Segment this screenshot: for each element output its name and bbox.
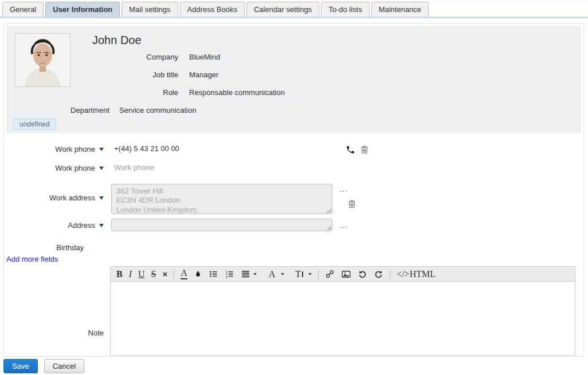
bullet-list-button[interactable] bbox=[209, 269, 218, 279]
form-actions: Save Cancel bbox=[3, 359, 84, 373]
cancel-button[interactable]: Cancel bbox=[44, 359, 84, 373]
delete-address-button[interactable] bbox=[347, 199, 357, 209]
editor-toolbar: B I U S × A 123 bbox=[110, 266, 575, 282]
work-address-more-button[interactable]: ... bbox=[340, 185, 348, 194]
alignment-dropdown-button[interactable] bbox=[241, 269, 257, 279]
caret-down-icon bbox=[281, 273, 284, 275]
call-phone-button[interactable] bbox=[346, 145, 356, 155]
caret-down-icon bbox=[99, 196, 104, 200]
department-label: Department bbox=[6, 106, 109, 115]
font-size-dropdown[interactable]: T bbox=[295, 270, 312, 279]
role-value: Responsable communication bbox=[189, 88, 285, 97]
tab-maintenance[interactable]: Maintenance bbox=[371, 2, 429, 17]
trash-icon bbox=[359, 144, 370, 155]
numbered-list-icon: 123 bbox=[225, 269, 234, 279]
profile-header: John Doe Company BlueMind Job title Mana… bbox=[6, 26, 581, 133]
caret-down-icon bbox=[99, 148, 104, 151]
caret-down-icon bbox=[99, 167, 104, 170]
company-label: Company bbox=[6, 53, 178, 61]
italic-button[interactable]: I bbox=[129, 270, 132, 279]
profile-field-department: Department Service communication bbox=[6, 106, 581, 124]
address-textarea[interactable] bbox=[111, 219, 332, 231]
font-family-dropdown[interactable]: A bbox=[269, 270, 285, 279]
tab-strip-divider bbox=[0, 17, 588, 18]
insert-link-button[interactable] bbox=[325, 269, 335, 279]
company-value: BlueMind bbox=[189, 53, 220, 61]
phone-icon bbox=[346, 145, 355, 155]
highlight-color-button[interactable] bbox=[194, 270, 202, 278]
toolbar-separator bbox=[390, 269, 390, 279]
underline-button[interactable]: U bbox=[138, 270, 145, 279]
birthday-label: Birthday bbox=[56, 243, 84, 252]
tab-user-information[interactable]: User Information bbox=[45, 2, 120, 17]
remove-format-button[interactable]: × bbox=[162, 270, 167, 278]
caret-down-icon bbox=[99, 224, 104, 227]
redo-button[interactable] bbox=[374, 269, 383, 279]
content-panel: John Doe Company BlueMind Job title Mana… bbox=[3, 23, 584, 357]
work-address-label: Work address bbox=[49, 194, 95, 202]
add-more-fields-link[interactable]: Add more fields bbox=[6, 255, 58, 263]
toolbar-separator bbox=[174, 269, 174, 279]
address-more-button[interactable]: ... bbox=[340, 221, 348, 230]
font-family-label: A bbox=[269, 270, 276, 279]
align-justify-icon bbox=[241, 269, 250, 279]
tab-address-books[interactable]: Address Books bbox=[180, 2, 245, 17]
work-phone-1-input[interactable] bbox=[114, 144, 286, 153]
profile-field-company: Company BlueMind bbox=[6, 53, 581, 70]
note-label: Note bbox=[4, 329, 104, 337]
font-size-label: T bbox=[295, 270, 301, 279]
toolbar-separator bbox=[318, 269, 319, 279]
redo-icon bbox=[374, 269, 383, 279]
delete-phone-button[interactable] bbox=[359, 144, 370, 155]
status-badge: undefined bbox=[13, 119, 56, 130]
tab-todo-lists[interactable]: To-do lists bbox=[321, 2, 370, 17]
droplet-icon bbox=[194, 270, 202, 278]
profile-field-role: Role Responsable communication bbox=[6, 88, 581, 106]
note-editor-area[interactable] bbox=[110, 282, 575, 356]
address-type-dropdown[interactable]: Address bbox=[4, 221, 104, 230]
role-label: Role bbox=[6, 88, 178, 97]
font-color-button[interactable]: A bbox=[181, 269, 187, 279]
tab-bar: General User Information Mail settings A… bbox=[0, 0, 588, 18]
job-title-value: Manager bbox=[189, 70, 218, 79]
insert-image-button[interactable] bbox=[341, 269, 351, 279]
bold-button[interactable]: B bbox=[116, 270, 123, 279]
save-button[interactable]: Save bbox=[3, 359, 38, 373]
work-address-type-dropdown[interactable]: Work address bbox=[4, 194, 104, 202]
work-phone-2-input[interactable] bbox=[114, 163, 257, 172]
address-label: Address bbox=[68, 221, 95, 230]
svg-text:3: 3 bbox=[226, 275, 228, 279]
work-phone-2-type-dropdown[interactable]: Work phone bbox=[4, 164, 104, 172]
link-icon bbox=[325, 269, 335, 279]
profile-field-jobtitle: Job title Manager bbox=[6, 70, 581, 88]
birthday-row: Birthday bbox=[4, 243, 84, 252]
undo-button[interactable] bbox=[358, 269, 367, 279]
work-address-textarea[interactable]: 362 Tower Hill EC3N 4DR London London Un… bbox=[111, 184, 332, 214]
bullet-list-icon bbox=[209, 269, 218, 279]
image-icon bbox=[341, 269, 351, 279]
work-phone-2-label: Work phone bbox=[55, 164, 95, 172]
trash-icon bbox=[347, 199, 357, 209]
profile-name: John Doe bbox=[92, 34, 142, 47]
work-phone-1-type-dropdown[interactable]: Work phone bbox=[4, 145, 104, 153]
note-rich-text-editor: B I U S × A 123 bbox=[110, 266, 575, 356]
caret-down-icon bbox=[253, 273, 257, 275]
tab-mail-settings[interactable]: Mail settings bbox=[121, 2, 178, 17]
tab-general[interactable]: General bbox=[2, 2, 44, 17]
job-title-label: Job title bbox=[6, 70, 178, 79]
font-size-bar-glyph bbox=[302, 271, 303, 277]
caret-down-icon bbox=[308, 273, 312, 275]
strikethrough-button[interactable]: S bbox=[151, 270, 156, 279]
tab-calendar-settings[interactable]: Calendar settings bbox=[246, 2, 319, 17]
numbered-list-button[interactable]: 123 bbox=[225, 269, 234, 279]
undo-icon bbox=[358, 269, 367, 279]
html-source-button[interactable]: </>HTML bbox=[397, 269, 436, 279]
department-value: Service communication bbox=[119, 106, 196, 115]
work-phone-1-label: Work phone bbox=[55, 145, 95, 153]
